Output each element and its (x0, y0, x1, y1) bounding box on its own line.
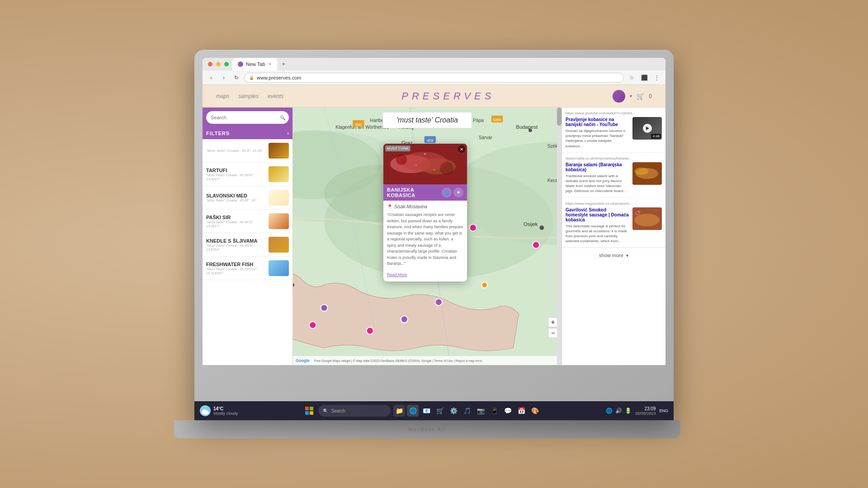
play-button[interactable] (643, 124, 652, 133)
time-widget[interactable]: 23:09 05/05/2023 (635, 406, 656, 416)
show-more-button[interactable]: show more ▾ (562, 248, 665, 263)
list-item[interactable]: TARTUFI "Must Taste" Croatia · 45.3554°,… (203, 163, 292, 186)
minimize-button[interactable] (216, 62, 221, 66)
nav-samples[interactable]: samples (238, 93, 259, 99)
sidebar: 🔍 FILTERS › "Must Ta (203, 108, 293, 365)
svg-text:Pápa: Pápa (473, 118, 484, 123)
volume-icon[interactable]: 🔊 (615, 408, 622, 414)
popup-add-button[interactable]: + (453, 188, 463, 197)
result-title: Pravljenje kobasice na banijski način - … (566, 117, 629, 127)
zoom-in-button[interactable]: + (548, 317, 558, 327)
nav-events[interactable]: events (268, 93, 283, 99)
bookmark-button[interactable]: ☆ (627, 73, 637, 83)
taskbar-app-browser[interactable]: 🌐 (407, 405, 419, 417)
extensions-button[interactable]: ⬛ (639, 73, 649, 83)
result-text: Gavrilović Smoked homestyle sausage | Do… (566, 207, 629, 244)
active-tab[interactable]: New Tab ✕ (232, 58, 277, 70)
popup-image: ● ● ● ✕ MUST TVINE (383, 144, 467, 184)
tab-close-button[interactable]: ✕ (268, 62, 272, 66)
list-item[interactable]: FRESHWATER FISH "Must Taste" Croatia · 4… (203, 257, 292, 280)
item-coords: "Must Taste" Croatia · 44.4672°, 14.9917… (206, 220, 265, 228)
maximize-button[interactable] (224, 62, 229, 66)
svg-point-43 (481, 282, 487, 288)
nav-maps[interactable]: maps (216, 93, 229, 99)
svg-point-55 (635, 168, 648, 175)
popup-actions: 🌐 + (442, 188, 463, 197)
search-result-item[interactable]: https://www.youtube.com/watch?v=QHAX... … (562, 108, 665, 153)
browser-titlebar: New Tab ✕ + (203, 58, 665, 70)
map-scrollbar[interactable] (557, 108, 561, 365)
result-title: Gavrilović Smoked homestyle sausage | Do… (566, 207, 629, 222)
cart-icon[interactable]: 🛒 (637, 93, 644, 100)
svg-point-35 (367, 327, 373, 334)
filters-bar[interactable]: FILTERS › (203, 127, 292, 139)
list-item[interactable]: "Must Taste" Croatia · 45.9°, 16.45° (203, 139, 292, 163)
close-button[interactable] (208, 62, 212, 66)
weather-widget[interactable]: 14°C Mostly cloudy (200, 405, 238, 416)
taskbar-app-phone[interactable]: 📱 (488, 405, 500, 417)
new-tab-button[interactable]: + (279, 59, 289, 69)
website: maps samples events PRESERVES ▾ 🛒 0 (203, 85, 665, 365)
refresh-button[interactable]: ↻ (231, 73, 241, 83)
list-item[interactable]: KNEDLE S ŠLJIVAMA "Must Taste" Croatia ·… (203, 233, 292, 257)
svg-text:M84: M84 (493, 117, 501, 122)
taskbar-app-store[interactable]: 🛒 (434, 405, 446, 417)
search-result-item[interactable]: tastecroatia.co.uk/shop/various/baranja.… (562, 153, 665, 198)
svg-point-57 (634, 214, 660, 226)
system-tray: 🌐 🔊 🔋 (606, 408, 632, 414)
start-button[interactable] (303, 404, 316, 417)
popup-location: 📍 Sisak-Moslavina (387, 204, 463, 209)
menu-button[interactable]: ⋮ (652, 73, 662, 83)
list-item[interactable]: SLAVONSKI MED "Must Taste" Croatia · 45.… (203, 186, 292, 210)
result-content: Baranja salami (Baranjska kobasica) Trad… (566, 162, 662, 194)
battery-icon[interactable]: 🔋 (625, 408, 632, 414)
svg-point-48 (396, 154, 407, 165)
taskbar-app-settings[interactable]: ⚙️ (448, 405, 459, 417)
dropdown-icon[interactable]: ▾ (630, 94, 632, 99)
taskbar-app-photo[interactable]: 📷 (475, 405, 486, 417)
list-item[interactable]: PAŠKI SIR "Must Taste" Croatia · 44.4672… (203, 210, 292, 233)
svg-point-39 (435, 299, 442, 305)
svg-point-10 (539, 225, 544, 230)
filters-arrow-icon: › (287, 130, 289, 136)
taskbar-app-music[interactable]: 🎵 (461, 405, 473, 417)
read-more-link[interactable]: Read More (387, 272, 407, 277)
svg-point-37 (401, 316, 408, 323)
network-icon[interactable]: 🌐 (606, 408, 613, 414)
zoom-out-button[interactable]: − (548, 328, 558, 338)
popup-card: ● ● ● ✕ MUST TVINE (383, 144, 467, 282)
map-area[interactable]: Budapest Ljubljana Graz Rijeka Osijek Kl… (293, 108, 561, 365)
laptop-bottom: MacBook Air (174, 420, 680, 438)
date-display: 05/05/2023 (635, 411, 656, 416)
svg-text:459: 459 (427, 138, 434, 143)
result-url: https://www.magazinline.co.uk/products..… (566, 202, 662, 206)
item-name: TARTUFI (206, 168, 265, 173)
popup-globe-button[interactable]: 🌐 (442, 188, 452, 197)
user-avatar[interactable] (613, 90, 625, 103)
taskbar-left: 14°C Mostly cloudy (200, 405, 238, 416)
win-tile-blue (305, 411, 309, 415)
win-tile-green (310, 407, 313, 410)
back-button[interactable]: ‹ (206, 73, 216, 83)
item-coords: "Must Taste" Croatia · 45.3554°, 13.9267… (206, 173, 265, 181)
item-thumbnail (269, 213, 289, 229)
svg-text:●: ● (424, 152, 426, 156)
popup-close-button[interactable]: ✕ (458, 145, 465, 153)
search-input[interactable] (206, 111, 289, 124)
windows-taskbar: 14°C Mostly cloudy 🔍 Search (194, 401, 674, 420)
address-bar[interactable]: 🔒 www.preserves.com (244, 73, 624, 83)
popup-body: 📍 Sisak-Moslavina "Croatian sausages rec… (383, 201, 467, 282)
forward-button[interactable]: › (219, 73, 229, 83)
item-coords: "Must Taste" Croatia · 45.9°, 16.45° (206, 149, 265, 153)
item-thumbnail (269, 237, 289, 253)
taskbar-search-bar[interactable]: 🔍 Search (318, 405, 391, 417)
search-result-item[interactable]: https://www.magazinline.co.uk/products..… (562, 198, 665, 248)
taskbar-app-calendar[interactable]: 📅 (515, 405, 527, 417)
taskbar-app-chat[interactable]: 💬 (502, 405, 514, 417)
taskbar-app-design[interactable]: 🎨 (529, 405, 541, 417)
food-thumb-svg (632, 162, 662, 185)
show-more-chevron-icon: ▾ (626, 253, 628, 258)
taskbar-app-files[interactable]: 📁 (393, 405, 405, 417)
result-content: Gavrilović Smoked homestyle sausage | Do… (566, 207, 662, 244)
taskbar-app-mail[interactable]: 📧 (420, 405, 432, 417)
